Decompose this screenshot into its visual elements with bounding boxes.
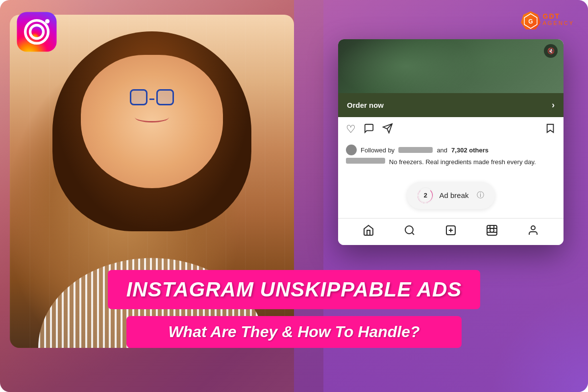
gdt-text: GDT AGENCY [543,12,574,26]
nav-search-icon[interactable] [404,224,416,239]
title-text-1: INSTAGRAM UNSKIPPABLE ADS [126,278,462,301]
svg-point-10 [405,226,413,234]
nav-profile-icon[interactable] [527,224,539,239]
video-area: 🔇 [338,39,564,93]
bottom-nav [338,218,564,245]
svg-point-5 [45,19,49,24]
comment-icon[interactable] [364,123,374,137]
ad-break-text: Ad break [439,191,468,199]
caption-area: Followed by and 7,302 others No freezers… [338,143,564,173]
ad-break-pill: 2 Ad break ⓘ [407,182,494,209]
others-count: 7,302 others [451,147,489,154]
svg-point-21 [531,226,535,230]
user-avatar [346,145,357,155]
svg-point-4 [31,26,42,37]
svg-line-11 [412,233,414,235]
ad-break-area: 2 Ad break ⓘ [338,173,564,219]
nav-add-icon[interactable] [445,224,457,239]
gdt-label: GDT [543,12,574,20]
svg-marker-9 [547,124,554,133]
followed-by-line: Followed by and 7,302 others [346,145,556,155]
nav-reels-icon[interactable] [486,224,498,239]
instagram-mockup: 🔇 Order now › ♡ [338,39,564,245]
svg-text:G: G [528,18,533,25]
like-icon[interactable]: ♡ [346,123,356,137]
and-text: and [437,147,447,154]
blurred-username [398,147,433,153]
followed-by-text: Followed by [361,147,394,154]
caption-text-line: No freezers. Real ingredients made fresh… [346,157,556,167]
gdt-icon: G [518,9,539,29]
svg-point-16 [490,228,494,232]
title-section: INSTAGRAM UNSKIPPABLE ADS What Are They … [108,270,480,348]
svg-rect-15 [487,225,497,235]
ad-break-counter: 2 [417,188,433,203]
mute-button[interactable]: 🔇 [544,44,558,58]
bookmark-icon[interactable] [545,123,556,137]
title-text-2: What Are They & How To Handle? [168,323,419,341]
gdt-agency-logo: G GDT AGENCY [518,9,574,29]
instagram-logo [15,10,59,54]
blurred-name2 [346,158,385,164]
title-banner-2: What Are They & How To Handle? [126,316,462,348]
share-icon[interactable] [382,123,393,137]
caption-content: No freezers. Real ingredients made fresh… [389,157,536,167]
background: G GDT AGENCY 🔇 Order now › ♡ [0,0,588,392]
ad-break-info-icon: ⓘ [477,191,484,200]
order-now-bar[interactable]: Order now › [338,93,564,117]
action-row: ♡ [338,117,564,143]
title-banner-1: INSTAGRAM UNSKIPPABLE ADS [108,270,480,309]
nav-home-icon[interactable] [363,224,374,239]
gdt-sublabel: AGENCY [543,20,574,26]
action-icons-left: ♡ [346,123,545,137]
order-arrow: › [552,100,555,110]
order-now-text: Order now [347,101,384,109]
